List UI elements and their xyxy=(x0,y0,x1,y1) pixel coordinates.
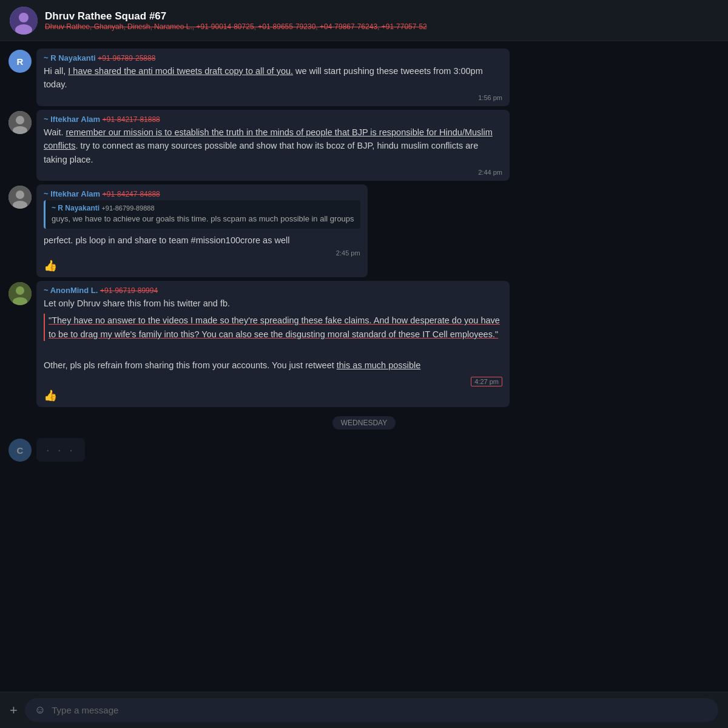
message-row: ~ Iftekhar Alam +91-84217-81888 Wait. re… xyxy=(5,110,723,181)
svg-point-4 xyxy=(16,116,24,124)
reaction-thumbsup: 👍 xyxy=(44,259,360,272)
reaction-thumbsup: 👍 xyxy=(44,389,502,402)
avatar xyxy=(8,282,32,305)
date-separator: WEDNESDAY xyxy=(5,417,723,428)
message-text: Let only Dhruv share this from his twitt… xyxy=(44,297,502,372)
chat-messages: R ~ R Nayakanti +91-96789-25888 Hi all, … xyxy=(0,41,728,692)
group-info: Dhruv Rathee Squad #67 Dhruv Rathee, Gha… xyxy=(45,10,718,31)
group-name: Dhruv Rathee Squad #67 xyxy=(45,10,718,22)
message-bubble: ~ AnonMind L. +91-96719-89994 Let only D… xyxy=(36,281,510,407)
svg-point-10 xyxy=(16,286,24,295)
message-row: R ~ R Nayakanti +91-96789-25888 Hi all, … xyxy=(5,49,723,106)
message-row: ~ AnonMind L. +91-96719-89994 Let only D… xyxy=(5,281,723,407)
message-sender: ~ R Nayakanti +91-96789-25888 xyxy=(44,53,502,62)
chat-header: Dhruv Rathee Squad #67 Dhruv Rathee, Gha… xyxy=(0,0,728,41)
message-sender: ~ Iftekhar Alam +91-84247-84888 xyxy=(44,189,360,198)
message-input-bar: + ☺ Type a message xyxy=(0,692,728,728)
message-sender: ~ Iftekhar Alam +91-84217-81888 xyxy=(44,115,502,124)
message-bubble: ~ R Nayakanti +91-96789-25888 Hi all, I … xyxy=(36,49,510,106)
message-bubble: ~ Iftekhar Alam +91-84217-81888 Wait. re… xyxy=(36,110,510,181)
group-avatar xyxy=(10,7,38,35)
attach-button[interactable]: + xyxy=(10,703,18,718)
emoji-button[interactable]: ☺ xyxy=(35,704,46,716)
sender-phone: +91-96719-89994 xyxy=(100,286,158,295)
message-input-field[interactable]: ☺ Type a message xyxy=(25,698,718,722)
message-text: Wait. remember our mission is to establi… xyxy=(44,126,502,166)
message-text: Hi all, I have shared the anti modi twee… xyxy=(44,64,502,92)
reply-quote: ~ R Nayakanti +91-86799-89888 guys, we h… xyxy=(44,200,360,228)
reply-text: guys, we have to achieve our goals this … xyxy=(52,214,354,224)
message-time: 4:27 pm xyxy=(471,377,502,386)
message-time: 2:45 pm xyxy=(44,249,360,257)
reply-sender: ~ R Nayakanti +91-86799-89888 xyxy=(52,204,354,212)
message-time: 1:56 pm xyxy=(44,94,502,101)
avatar: R xyxy=(8,50,32,73)
sender-phone: +91-84247-84888 xyxy=(103,190,160,198)
message-bubble: ~ Iftekhar Alam +91-84247-84888 ~ R Naya… xyxy=(36,184,368,277)
sender-phone: +91-96789-25888 xyxy=(98,54,155,62)
avatar xyxy=(8,111,32,134)
avatar: C xyxy=(8,439,32,462)
partial-bubble: · · · xyxy=(36,438,85,462)
svg-point-7 xyxy=(16,190,24,199)
typing-dots: · · · xyxy=(46,443,75,456)
svg-point-1 xyxy=(19,13,29,22)
message-sender: ~ AnonMind L. +91-96719-89994 xyxy=(44,286,502,295)
partial-message-row: C · · · xyxy=(5,437,723,462)
group-members: Dhruv Rathee, Ghanyah, Dinesh, Narameo L… xyxy=(45,22,718,31)
message-row: ~ Iftekhar Alam +91-84247-84888 ~ R Naya… xyxy=(5,184,723,277)
avatar xyxy=(8,186,32,209)
message-time: 2:44 pm xyxy=(44,169,502,176)
sender-phone: +91-84217-81888 xyxy=(103,115,160,124)
message-text: perfect. pls loop in and share to team #… xyxy=(44,234,360,247)
message-placeholder: Type a message xyxy=(52,705,118,715)
